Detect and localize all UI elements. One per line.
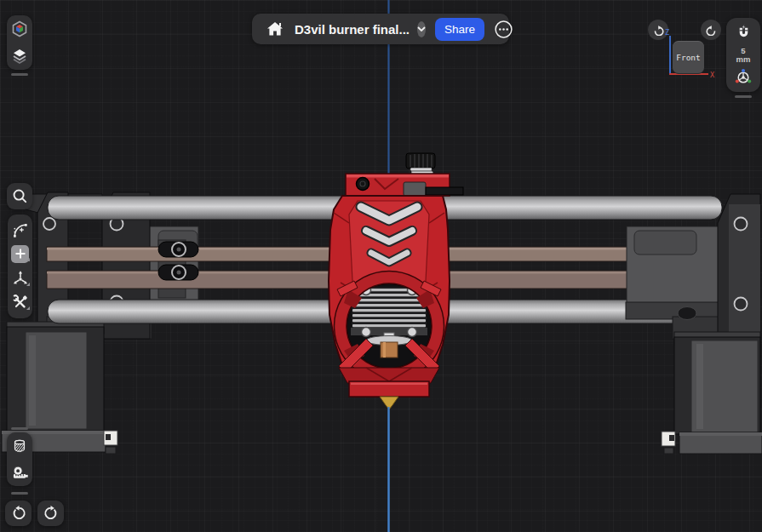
panel-resize-handle[interactable] (735, 95, 752, 98)
sketch-arc-tool[interactable] (8, 221, 32, 239)
sketch-arc-icon (11, 221, 29, 239)
snap-panel: 5 mm (726, 18, 760, 92)
measure-icon[interactable] (11, 465, 29, 481)
display-panel (7, 432, 32, 486)
model-toolhead[interactable] (329, 153, 463, 409)
add-tool[interactable] (8, 245, 32, 263)
rotate-ccw-icon (705, 25, 718, 36)
scene-panel (7, 15, 32, 70)
view-cube[interactable]: Front (673, 41, 704, 74)
submenu-indicator (26, 258, 30, 261)
zoom-search-button[interactable] (7, 183, 32, 209)
add-icon (14, 248, 26, 260)
undo-button[interactable] (5, 501, 32, 526)
orientation-gimbal-icon[interactable] (734, 68, 753, 86)
rotate-cw-icon (652, 25, 665, 36)
home-icon[interactable] (266, 20, 284, 37)
document-toolbar: D3vil burner final... Share (252, 14, 509, 44)
view-cube-face-label: Front (676, 53, 701, 62)
modify-tools[interactable] (8, 294, 32, 312)
layers-icon[interactable] (11, 48, 28, 65)
submenu-indicator (26, 283, 30, 286)
viewcube-z-axis (669, 36, 671, 73)
undo-icon (10, 505, 27, 522)
panel-resize-handle[interactable] (11, 73, 28, 76)
document-title[interactable]: D3vil burner final... (295, 22, 410, 37)
tools-panel (8, 215, 32, 318)
redo-icon (43, 505, 60, 522)
items-icon[interactable] (11, 20, 28, 37)
panel-resize-handle[interactable] (11, 492, 28, 495)
app-window: D3vil burner final... Share Z X (0, 0, 762, 532)
magnet-snap-icon[interactable] (735, 24, 753, 42)
chevron-down-icon[interactable] (417, 21, 426, 37)
rotate-view-ccw-button[interactable] (701, 20, 721, 40)
redo-button[interactable] (37, 501, 64, 526)
appearance-icon[interactable] (11, 438, 28, 455)
viewport-canvas[interactable] (0, 0, 762, 532)
panel-resize-handle[interactable] (11, 427, 28, 430)
snap-grid-value[interactable]: 5 mm (736, 47, 751, 64)
search-icon (11, 187, 29, 205)
viewcube-z-label: Z (665, 28, 669, 37)
viewcube-x-label: X (710, 71, 714, 79)
more-options-icon[interactable] (494, 20, 513, 39)
move-tool[interactable] (8, 269, 32, 288)
submenu-indicator (26, 306, 30, 310)
share-button[interactable]: Share (435, 18, 484, 41)
